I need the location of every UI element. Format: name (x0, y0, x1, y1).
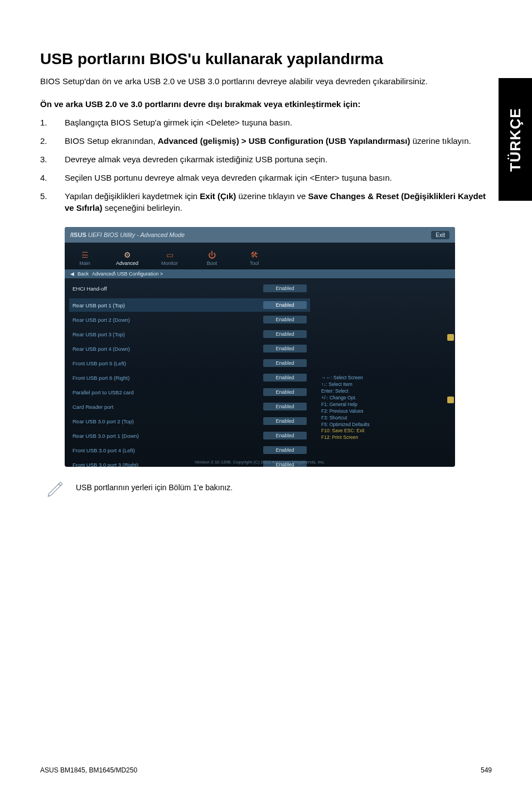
bios-row[interactable]: Front USB port 6 (Right) Enabled (69, 371, 310, 384)
step-1: Başlangıçta BIOS Setup'a girmek için <De… (40, 117, 492, 128)
bios-tab-monitor[interactable]: ▭ Monitor (154, 250, 185, 269)
bios-row[interactable]: Front USB port 5 (Left) Enabled (69, 356, 310, 370)
bios-row[interactable]: Rear USB port 3 (Top) Enabled (69, 327, 310, 341)
bios-row-value[interactable]: Enabled (263, 432, 307, 439)
step-4: Seçilen USB portunu devreye almak veya d… (40, 172, 492, 183)
help-line: F10: Save ESC: Exit (321, 428, 369, 434)
power-icon: ⏻ (206, 250, 217, 259)
intro-paragraph: BIOS Setup'dan ön ve arka USB 2.0 ve USB… (40, 76, 492, 87)
bios-settings-panel: EHCI Hand-off Enabled Rear USB port 1 (T… (65, 278, 315, 458)
bios-row-label: Rear USB port 2 (Down) (72, 317, 130, 323)
bios-row[interactable]: Front USB 3.0 port 4 (Left) Enabled (69, 443, 310, 457)
step-5-text-c: üzerine tıklayın ve (236, 191, 308, 201)
bios-tab-main-label: Main (79, 260, 90, 266)
footer-model: ASUS BM1845, BM1645/MD250 (40, 766, 137, 774)
bios-tab-advanced[interactable]: ⚙ Advanced (112, 250, 143, 269)
note-text: USB portlarının yerleri için Bölüm 1'e b… (76, 483, 233, 492)
bios-back-label[interactable]: Back (78, 271, 89, 277)
scroll-up-icon[interactable] (447, 334, 454, 341)
bios-row-value[interactable]: Enabled (263, 301, 307, 309)
help-line: +/-: Change Opt. (321, 395, 369, 402)
bios-row[interactable]: Card Reader port Enabled (69, 400, 310, 413)
page-footer: ASUS BM1845, BM1645/MD250 549 (40, 766, 492, 774)
step-2: BIOS Setup ekranından, Advanced (gelişmi… (40, 135, 492, 147)
list-icon: ☰ (79, 250, 90, 259)
back-arrow-icon[interactable]: ◀ (70, 271, 74, 277)
bios-row-label: Rear USB port 4 (Down) (72, 346, 130, 352)
bios-tab-boot[interactable]: ⏻ Boot (196, 250, 228, 269)
page-content: USB portlarını BIOS'u kullanarak yapılan… (0, 0, 532, 802)
bios-row-label: EHCI Hand-off (72, 286, 107, 292)
tool-icon: 🛠 (249, 250, 260, 259)
bios-scrollbar[interactable] (447, 334, 454, 418)
pencil-icon (46, 478, 65, 497)
bios-row[interactable]: Rear USB 3.0 port 2 (Top) Enabled (69, 414, 310, 428)
bios-row-value[interactable]: Enabled (263, 359, 307, 367)
step-2-text-c: üzerine tıklayın. (410, 136, 471, 146)
help-line: F5: Optimized Defaults (321, 422, 369, 428)
bios-row-value[interactable]: Enabled (263, 417, 307, 425)
bios-tab-tool-label: Tool (250, 260, 259, 266)
bios-row-label: Rear USB 3.0 port 1 (Down) (72, 433, 139, 439)
bios-tab-row: ☰ Main ⚙ Advanced ▭ Monitor ⏻ Boot 🛠 Too… (65, 243, 455, 269)
scroll-down-icon[interactable] (447, 397, 454, 403)
bios-topbar: /ISUS UEFI BIOS Utility - Advanced Mode … (65, 227, 455, 243)
bios-row-value[interactable]: Enabled (263, 374, 307, 381)
note-row: USB portlarının yerleri için Bölüm 1'e b… (46, 478, 492, 497)
bios-screenshot: /ISUS UEFI BIOS Utility - Advanced Mode … (65, 227, 455, 467)
bios-help-text: →←: Select Screen ↑↓: Select Item Enter:… (321, 375, 369, 441)
bios-row[interactable]: Parallel port to USB2 card Enabled (69, 385, 310, 399)
bios-breadcrumb: ◀ Back Advanced\ USB Configuration > (65, 269, 455, 278)
bios-crumb-path: Advanced\ USB Configuration > (92, 271, 163, 277)
bios-row-label: Front USB port 6 (Right) (72, 375, 129, 381)
bios-tab-advanced-label: Advanced (116, 260, 138, 266)
footer-page-number: 549 (481, 766, 492, 774)
bios-row-value[interactable]: Enabled (263, 345, 307, 352)
bios-row-label: Front USB port 5 (Left) (72, 360, 126, 366)
help-line: →←: Select Screen (321, 375, 369, 381)
steps-list: Başlangıçta BIOS Setup'a girmek için <De… (40, 117, 492, 214)
bios-row-value[interactable]: Enabled (263, 330, 307, 338)
help-line: F3: Shortcut (321, 415, 369, 422)
bios-row[interactable]: Rear USB port 2 (Down) Enabled (69, 313, 310, 326)
gear-icon: ⚙ (122, 250, 133, 259)
bios-body: EHCI Hand-off Enabled Rear USB port 1 (T… (65, 278, 455, 458)
step-5: Yapılan değişiklikleri kaydetmek için Ex… (40, 190, 492, 214)
bios-tab-boot-label: Boot (207, 260, 217, 266)
bios-row-label: Parallel port to USB2 card (72, 389, 134, 395)
monitor-icon: ▭ (164, 250, 175, 259)
step-2-bold: Advanced (gelişmiş) > USB Configuration … (158, 136, 410, 146)
bios-row-label: Front USB 3.0 port 4 (Left) (72, 447, 135, 453)
step-5-text-a: Yapılan değişiklikleri kaydetmek için (65, 191, 200, 201)
step-5-bold-b: Exit (Çık) (200, 191, 236, 201)
help-line: F12: Print Screen (321, 434, 369, 441)
bios-help-panel: →←: Select Screen ↑↓: Select Item Enter:… (315, 278, 455, 458)
procedure-subheading: Ön ve arka USB 2.0 ve 3.0 portlarını dev… (40, 99, 492, 109)
page-title: USB portlarını BIOS'u kullanarak yapılan… (40, 50, 492, 68)
bios-row-label: Card Reader port (72, 404, 113, 410)
bios-utility-title: /ISUS UEFI BIOS Utility - Advanced Mode (70, 231, 185, 238)
bios-row-label: Rear USB 3.0 port 2 (Top) (72, 418, 134, 424)
bios-row-value[interactable]: Enabled (263, 388, 307, 396)
bios-row-selected[interactable]: Rear USB port 1 (Top) Enabled (69, 298, 310, 312)
bios-version-footer: Version 2.10.1208. Copyright (C) 2012 Am… (65, 460, 455, 465)
bios-tab-main[interactable]: ☰ Main (69, 250, 100, 269)
bios-row-value[interactable]: Enabled (263, 316, 307, 323)
help-line: F2: Previous Values (321, 408, 369, 415)
bios-row-value[interactable]: Enabled (263, 403, 307, 410)
help-line: ↑↓: Select Item (321, 381, 369, 388)
bios-exit-button[interactable]: Exit (431, 231, 449, 239)
step-5-text-e: seçeneğini belirleyin. (103, 203, 182, 212)
bios-row-value[interactable]: Enabled (263, 446, 307, 454)
bios-tab-tool[interactable]: 🛠 Tool (239, 250, 270, 269)
bios-tab-monitor-label: Monitor (161, 260, 178, 266)
bios-row-value[interactable]: Enabled (263, 284, 307, 292)
help-line: F1: General Help (321, 402, 369, 408)
bios-row[interactable]: Rear USB port 4 (Down) Enabled (69, 342, 310, 355)
step-3: Devreye almak veya devreden çıkarmak ist… (40, 153, 492, 165)
help-line: Enter: Select (321, 388, 369, 395)
bios-row-label: Rear USB port 3 (Top) (72, 331, 125, 337)
bios-row[interactable]: EHCI Hand-off Enabled (69, 282, 310, 295)
step-2-text-a: BIOS Setup ekranından, (65, 136, 158, 146)
bios-row[interactable]: Rear USB 3.0 port 1 (Down) Enabled (69, 429, 310, 442)
